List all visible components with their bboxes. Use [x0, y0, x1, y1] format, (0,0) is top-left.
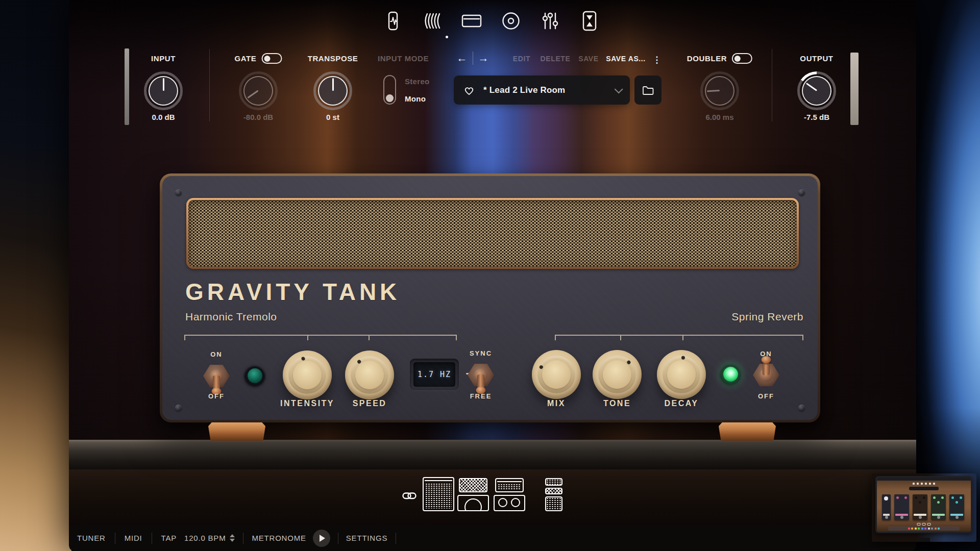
intensity-label: INTENSITY — [280, 399, 334, 408]
gate-label: GATE — [235, 54, 257, 63]
divider — [396, 533, 396, 544]
chevron-down-icon — [615, 85, 623, 93]
bpm-value[interactable]: 120.0 BPM — [184, 534, 226, 542]
screen-preview-pip[interactable] — [872, 473, 976, 542]
screw — [798, 189, 805, 196]
pip-monitor — [875, 476, 972, 533]
gate-knob[interactable] — [243, 76, 273, 106]
pip-dock — [888, 527, 960, 531]
divider — [772, 49, 772, 121]
output-meter — [850, 53, 859, 125]
amp-panel: GRAVITY TANK Harmonic Tremolo Spring Rev… — [162, 176, 818, 420]
tone-label: TONE — [603, 399, 631, 408]
under-shelf — [69, 469, 916, 525]
save-button[interactable]: SAVE — [578, 55, 599, 63]
undo-arrow[interactable]: ← — [457, 52, 468, 64]
cab-speaker-icon[interactable] — [497, 7, 525, 35]
metronome-button[interactable]: METRONOME — [252, 534, 306, 542]
transpose-value: 0 st — [326, 113, 339, 121]
amp-title: GRAVITY TANK — [185, 278, 400, 306]
decay-knob[interactable] — [657, 350, 706, 399]
output-knob[interactable] — [802, 76, 831, 106]
edit-button[interactable]: EDIT — [513, 55, 530, 63]
tap-tempo-button[interactable]: TAP — [161, 534, 177, 542]
gate-toggle[interactable] — [261, 53, 282, 64]
input-value: 0.0 dB — [152, 113, 175, 121]
midi-button[interactable]: MIDI — [125, 534, 142, 542]
transport-bar: TUNER MIDI TAP 120.0 BPM METRONOME SETTI… — [69, 525, 916, 551]
reverb-bracket — [555, 335, 803, 339]
redo-arrow[interactable]: → — [478, 52, 489, 64]
tremolo-off-label: OFF — [208, 392, 225, 400]
plugin-window: INPUT 0.0 dB GATE -80.0 dB TRANSPOSE 0 s… — [69, 0, 916, 551]
eq-sliders-icon[interactable] — [536, 7, 565, 35]
free-label: FREE — [470, 392, 492, 400]
screw — [798, 405, 805, 411]
speed-knob[interactable] — [345, 350, 394, 399]
decay-label: DECAY — [664, 399, 698, 408]
divider — [152, 533, 152, 544]
save-as-button[interactable]: SAVE AS... — [606, 55, 646, 63]
gate-header: GATE — [235, 53, 282, 64]
input-mode-toggle[interactable] — [383, 75, 396, 105]
pip-monitor-stand — [919, 538, 930, 542]
spring-icon[interactable] — [418, 7, 447, 35]
pedal-icon[interactable] — [379, 7, 407, 35]
input-knob[interactable] — [149, 76, 178, 106]
input-meter — [125, 48, 129, 125]
speaker-grille — [186, 198, 799, 269]
input-mode-label: INPUT MODE — [378, 54, 429, 63]
input-label: INPUT — [151, 54, 176, 63]
hourglass-icon[interactable] — [575, 7, 604, 35]
rate-display: 1.7 Hz — [410, 359, 459, 390]
doubler-toggle[interactable] — [732, 53, 752, 64]
link-icon[interactable] — [401, 488, 418, 504]
sync-free-switch[interactable] — [464, 352, 497, 398]
metronome-play-button[interactable] — [313, 530, 330, 547]
reverb-led — [720, 363, 741, 385]
output-value: -7.5 dB — [804, 113, 829, 121]
mix-knob[interactable] — [532, 350, 581, 399]
bpm-stepper[interactable] — [230, 534, 235, 542]
input-mode-mono[interactable]: Mono — [405, 94, 426, 103]
tuner-button[interactable]: TUNER — [77, 534, 106, 542]
divider — [338, 533, 338, 544]
cab-thumbnail-full[interactable] — [423, 477, 454, 511]
divider — [209, 49, 210, 121]
gate-value: -80.0 dB — [243, 113, 273, 121]
desktop-wallpaper-left — [0, 0, 71, 551]
reverb-section-label: Spring Reverb — [555, 311, 803, 323]
input-mode-stereo[interactable]: Stereo — [405, 77, 430, 86]
doubler-value: 6.00 ms — [705, 113, 733, 121]
screw — [175, 189, 182, 196]
preset-browser-button[interactable] — [634, 76, 662, 105]
settings-button[interactable]: SETTINGS — [346, 534, 387, 542]
pip-screen — [877, 478, 971, 532]
divider — [243, 533, 243, 544]
mix-label: MIX — [547, 399, 566, 408]
divider — [115, 533, 115, 544]
reverb-power-switch[interactable] — [750, 352, 782, 398]
preset-name: * Lead 2 Live Room — [483, 85, 615, 95]
tremolo-led — [244, 365, 265, 386]
intensity-knob[interactable] — [283, 350, 332, 399]
screw — [175, 405, 182, 411]
tone-knob[interactable] — [593, 350, 642, 399]
shelf-surface — [69, 440, 916, 469]
favorite-heart-icon[interactable] — [463, 85, 475, 96]
reverb-off-label: OFF — [758, 392, 774, 400]
transpose-knob[interactable] — [318, 76, 348, 106]
pip-pedalboard — [882, 494, 969, 521]
doubler-knob[interactable] — [705, 76, 734, 106]
preset-selector[interactable]: * Lead 2 Live Room — [454, 76, 630, 105]
tremolo-section-label: Harmonic Tremolo — [185, 311, 277, 323]
more-menu-button[interactable]: ⋮ — [652, 55, 662, 65]
output-label: OUTPUT — [800, 54, 833, 63]
amp-foot — [208, 422, 265, 441]
amp-head-icon[interactable] — [457, 7, 486, 35]
play-icon — [320, 535, 325, 542]
desktop-wallpaper-earth — [914, 0, 980, 551]
delete-button[interactable]: DELETE — [541, 55, 571, 63]
divider — [473, 52, 473, 65]
speed-label: SPEED — [353, 399, 387, 408]
